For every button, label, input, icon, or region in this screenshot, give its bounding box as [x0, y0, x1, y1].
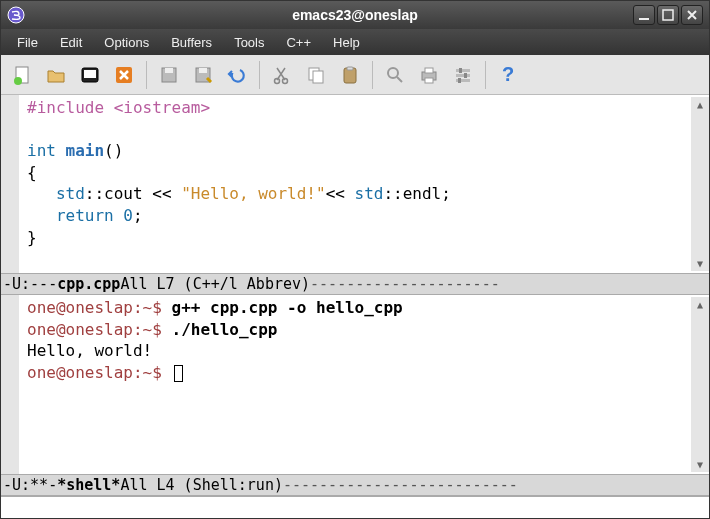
keyword-int: int — [27, 141, 56, 160]
shell-buffer[interactable]: one@oneslap:~$ g++ cpp.cpp -o hello_cpp … — [1, 295, 709, 474]
shell-prompt: one@oneslap:~$ — [27, 320, 172, 339]
save-icon[interactable] — [154, 60, 184, 90]
open-file-icon[interactable] — [41, 60, 71, 90]
preferences-icon[interactable] — [448, 60, 478, 90]
menu-tools[interactable]: Tools — [224, 32, 274, 53]
save-as-icon[interactable] — [188, 60, 218, 90]
scrollbar[interactable]: ▲ ▼ — [691, 97, 709, 271]
modeline-position: All L4 (Shell:run) — [120, 476, 283, 494]
modeline-fill: -------------------------- — [283, 476, 707, 494]
svg-rect-11 — [199, 68, 207, 73]
menu-options[interactable]: Options — [94, 32, 159, 53]
modeline-status: -U:**- — [3, 476, 57, 494]
svg-point-12 — [275, 78, 280, 83]
modeline-code[interactable]: -U:--- cpp.cpp All L7 (C++/l Abbrev) ---… — [1, 273, 709, 295]
scroll-up-icon[interactable]: ▲ — [697, 299, 703, 310]
scroll-down-icon[interactable]: ▼ — [697, 258, 703, 269]
shell-prompt: one@oneslap:~$ — [27, 363, 172, 382]
modeline-shell[interactable]: -U:**- *shell* All L4 (Shell:run) ------… — [1, 474, 709, 496]
menu-edit[interactable]: Edit — [50, 32, 92, 53]
modeline-buffer-name: cpp.cpp — [57, 275, 120, 293]
paste-icon[interactable] — [335, 60, 365, 90]
minimize-button[interactable] — [633, 5, 655, 25]
toolbar-separator — [259, 61, 260, 89]
shell-command: ./hello_cpp — [172, 320, 278, 339]
code-buffer[interactable]: #include <iostream> int main() { std::co… — [1, 95, 709, 273]
scroll-down-icon[interactable]: ▼ — [697, 459, 703, 470]
close-icon[interactable] — [109, 60, 139, 90]
code-content[interactable]: #include <iostream> int main() { std::co… — [27, 97, 451, 271]
menu-cpp[interactable]: C++ — [276, 32, 321, 53]
svg-point-4 — [14, 77, 22, 85]
keyword-return: return — [56, 206, 114, 225]
svg-point-18 — [388, 68, 398, 78]
svg-rect-21 — [425, 78, 433, 83]
svg-rect-6 — [84, 70, 96, 78]
svg-rect-22 — [456, 69, 470, 72]
close-button[interactable] — [681, 5, 703, 25]
toolbar: ? — [1, 55, 709, 95]
new-file-icon[interactable] — [7, 60, 37, 90]
cursor — [174, 365, 183, 382]
menu-help[interactable]: Help — [323, 32, 370, 53]
titlebar[interactable]: emacs23@oneslap — [1, 1, 709, 29]
menu-buffers[interactable]: Buffers — [161, 32, 222, 53]
scrollbar[interactable]: ▲ ▼ — [691, 297, 709, 472]
string-literal: "Hello, world!" — [181, 184, 326, 203]
svg-rect-15 — [313, 71, 323, 83]
help-icon[interactable]: ? — [493, 60, 523, 90]
preprocessor-line: #include <iostream> — [27, 98, 210, 117]
svg-rect-27 — [458, 78, 461, 83]
svg-rect-9 — [165, 68, 173, 73]
menu-file[interactable]: File — [7, 32, 48, 53]
shell-command: g++ cpp.cpp -o hello_cpp — [172, 298, 403, 317]
emacs-window: emacs23@oneslap File Edit Options Buffer… — [0, 0, 710, 519]
menubar: File Edit Options Buffers Tools C++ Help — [1, 29, 709, 55]
svg-rect-26 — [464, 73, 467, 78]
toolbar-separator — [146, 61, 147, 89]
shell-output: Hello, world! — [27, 341, 152, 360]
modeline-fill: --------------------- — [310, 275, 707, 293]
dired-icon[interactable] — [75, 60, 105, 90]
minibuffer[interactable] — [1, 496, 709, 518]
svg-rect-25 — [459, 68, 462, 73]
svg-rect-1 — [639, 18, 649, 20]
function-main: main — [56, 141, 104, 160]
window-controls — [633, 5, 709, 25]
svg-rect-20 — [425, 68, 433, 73]
shell-content[interactable]: one@oneslap:~$ g++ cpp.cpp -o hello_cpp … — [27, 297, 403, 472]
svg-rect-17 — [347, 67, 353, 70]
print-icon[interactable] — [414, 60, 444, 90]
svg-rect-23 — [456, 74, 470, 77]
toolbar-separator — [485, 61, 486, 89]
maximize-button[interactable] — [657, 5, 679, 25]
window-title: emacs23@oneslap — [1, 7, 709, 23]
modeline-status: -U:--- — [3, 275, 57, 293]
cut-icon[interactable] — [267, 60, 297, 90]
shell-prompt: one@oneslap:~$ — [27, 298, 172, 317]
svg-point-13 — [283, 78, 288, 83]
search-icon[interactable] — [380, 60, 410, 90]
toolbar-separator — [372, 61, 373, 89]
modeline-buffer-name: *shell* — [57, 476, 120, 494]
modeline-position: All L7 (C++/l Abbrev) — [120, 275, 310, 293]
undo-icon[interactable] — [222, 60, 252, 90]
copy-icon[interactable] — [301, 60, 331, 90]
svg-rect-2 — [663, 10, 673, 20]
scroll-up-icon[interactable]: ▲ — [697, 99, 703, 110]
app-icon — [5, 4, 27, 26]
